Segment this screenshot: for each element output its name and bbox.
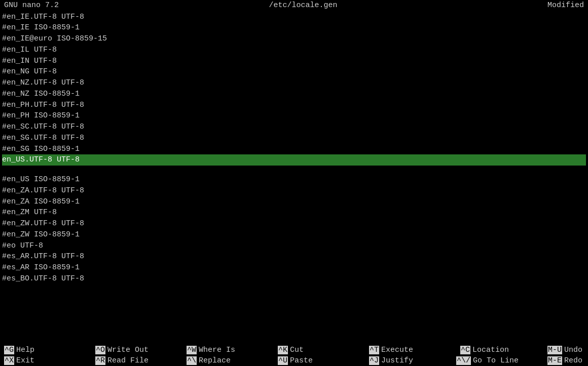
shortcut-keys: ^C [456, 346, 470, 354]
footer-row-1: ^G Help^O Write Out^W Where Is^K Cut^T E… [0, 345, 588, 355]
shortcut-keys: ^J [365, 356, 379, 365]
shortcut-keys: ^U [274, 356, 288, 365]
shortcut-item: ^K Cut [274, 346, 365, 354]
key-badge: ^O [95, 346, 105, 354]
shortcut-item: ^R Read File [91, 356, 182, 365]
shortcut-label: Replace [199, 356, 231, 365]
shortcut-keys: ^W [182, 346, 197, 354]
shortcut-label: Location [472, 346, 509, 354]
editor-line: #en_PH ISO-8859-1 [2, 111, 80, 120]
editor-line: #en_ZA.UTF-8 UTF-8 [2, 186, 84, 195]
shortcut-label: Redo [564, 356, 582, 365]
key-badge: ^J [369, 356, 379, 365]
editor-area[interactable]: #en_IE.UTF-8 UTF-8#en_IE ISO-8859-1#en_I… [0, 12, 588, 345]
editor-line: #en_ZM UTF-8 [2, 208, 57, 217]
editor-line: #en_ZA ISO-8859-1 [2, 197, 80, 206]
editor-line: #en_SG ISO-8859-1 [2, 145, 80, 153]
shortcut-label: Undo [564, 346, 582, 354]
editor-line: #es_AR ISO-8859-1 [2, 263, 80, 272]
header: GNU nano 7.2 /etc/locale.gen Modified [0, 0, 588, 12]
shortcut-keys: ^K [274, 346, 288, 354]
editor-line: #en_SC.UTF-8 UTF-8 [2, 123, 84, 131]
shortcut-label: Write Out [107, 346, 149, 354]
editor-line: #en_NZ.UTF-8 UTF-8 [2, 78, 84, 87]
footer: ^G Help^O Write Out^W Where Is^K Cut^T E… [0, 345, 588, 366]
key-badge: ^G [4, 346, 14, 354]
shortcut-item: M-E Redo [547, 356, 588, 365]
key-badge: ^\ [187, 356, 197, 365]
key-badge: ^C [460, 346, 470, 354]
key-badge: M-E [547, 356, 562, 365]
editor-line: #en_PH.UTF-8 UTF-8 [2, 101, 84, 109]
key-badge: ^K [278, 346, 288, 354]
status-badge: Modified [547, 0, 584, 12]
shortcut-label: Where Is [199, 346, 235, 354]
shortcut-item: ^C Location [456, 346, 547, 354]
shortcut-label: Justify [381, 356, 413, 365]
shortcut-label: Cut [290, 346, 304, 354]
shortcut-item: ^\/ Go To Line [456, 356, 547, 365]
key-badge: ^T [369, 346, 379, 354]
key-badge: ^U [278, 356, 288, 365]
editor-line: #en_IN UTF-8 [2, 57, 57, 65]
shortcut-keys: ^O [91, 346, 105, 354]
shortcut-item: ^T Execute [365, 346, 456, 354]
shortcut-keys: ^T [365, 346, 379, 354]
editor-line: #en_IE ISO-8859-1 [2, 23, 80, 32]
editor-line: #eo UTF-8 [2, 241, 43, 250]
shortcut-item: ^O Write Out [91, 346, 182, 354]
shortcut-label: Execute [381, 346, 413, 354]
editor-line: #en_SG.UTF-8 UTF-8 [2, 134, 84, 142]
shortcut-keys: ^X [0, 356, 14, 365]
footer-row-2: ^X Exit^R Read File^\ Replace^U Paste^J … [0, 355, 588, 366]
editor-line: #en_ZW ISO-8859-1 [2, 230, 80, 239]
key-badge: ^\/ [456, 356, 471, 365]
shortcut-label: Exit [16, 356, 34, 365]
file-name: /etc/locale.gen [269, 0, 337, 12]
shortcut-item: ^W Where Is [182, 346, 274, 354]
shortcut-keys: M-U [547, 346, 562, 354]
shortcut-item: ^G Help [0, 346, 91, 354]
shortcut-keys: ^R [91, 356, 105, 365]
shortcut-keys: ^G [0, 346, 14, 354]
shortcut-label: Go To Line [473, 356, 519, 365]
editor-line: #es_BO.UTF-8 UTF-8 [2, 274, 84, 283]
shortcut-item: ^X Exit [0, 356, 91, 365]
shortcut-label: Read File [107, 356, 149, 365]
editor-line: #es_AR.UTF-8 UTF-8 [2, 252, 84, 261]
shortcut-item: M-U Undo [547, 346, 588, 354]
editor-line: en_US.UTF-8 UTF-8 [2, 154, 586, 166]
editor-line: #en_IL UTF-8 [2, 46, 57, 54]
shortcut-label: Help [16, 346, 34, 354]
shortcut-label: Paste [290, 356, 313, 365]
shortcut-keys: ^\ [182, 356, 197, 365]
shortcut-item: ^J Justify [365, 356, 456, 365]
editor-line: #en_NZ ISO-8859-1 [2, 90, 80, 98]
key-badge: M-U [547, 346, 562, 354]
shortcut-keys: M-E [547, 356, 562, 365]
shortcut-item: ^\ Replace [182, 356, 274, 365]
key-badge: ^X [4, 356, 14, 365]
editor-line: #en_IE@euro ISO-8859-15 [2, 34, 107, 43]
shortcut-keys: ^\/ [456, 356, 471, 365]
app-name: GNU nano 7.2 [4, 0, 59, 12]
editor-line: #en_NG UTF-8 [2, 67, 57, 76]
key-badge: ^W [187, 346, 197, 354]
shortcut-item: ^U Paste [274, 356, 365, 365]
editor-line: #en_ZW.UTF-8 UTF-8 [2, 219, 84, 228]
key-badge: ^R [95, 356, 105, 365]
editor-line: #en_IE.UTF-8 UTF-8 [2, 13, 84, 21]
editor-line: #en_US ISO-8859-1 [2, 175, 80, 184]
